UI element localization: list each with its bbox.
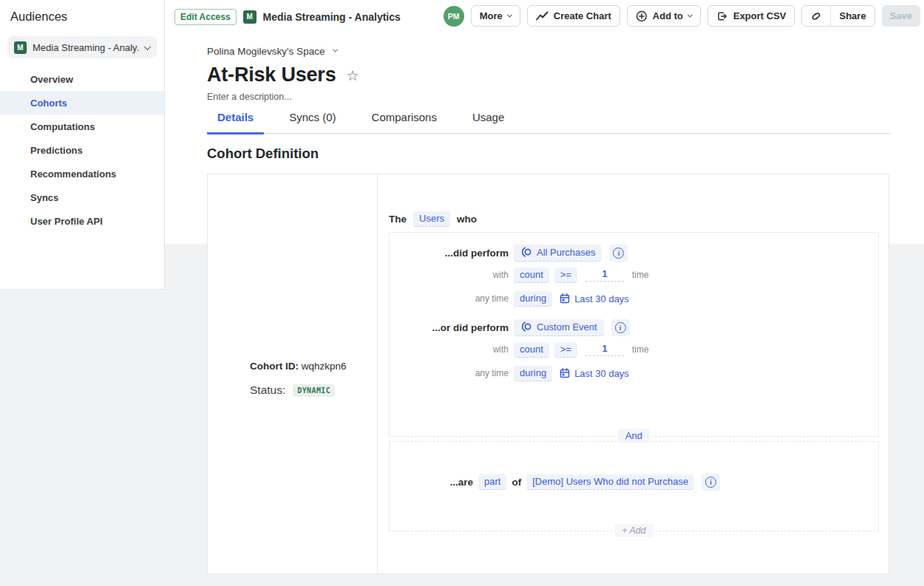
copy-link-button[interactable] (802, 6, 830, 26)
page-title-row: At-Risk Users ☆ (207, 64, 359, 86)
event-name: All Purchases (537, 247, 595, 258)
aggregation-pill[interactable]: count (514, 268, 549, 283)
add-to-button[interactable]: Add to (627, 5, 701, 27)
description-placeholder[interactable]: Enter a description... (207, 92, 292, 102)
tab-details[interactable]: Details (207, 111, 264, 134)
count-row-label: with (390, 344, 509, 355)
during-pill[interactable]: during (514, 366, 552, 381)
line-chart-icon (536, 11, 548, 21)
cohort-info-pane: Cohort ID: wqhzkpn6 Status: DYNAMIC (208, 174, 378, 573)
cohort-pill[interactable]: [Demo] Users Who did not Purchase (526, 474, 694, 490)
more-label: More (480, 10, 503, 21)
part-pill[interactable]: part (478, 474, 506, 490)
cohort-id: Cohort ID: wqhzkpn6 (250, 361, 347, 372)
event-pill-custom-event[interactable]: Custom Event (514, 319, 604, 336)
event-icon (520, 247, 532, 257)
info-icon[interactable]: i (609, 245, 628, 262)
edit-access-badge[interactable]: Edit Access (174, 9, 237, 25)
count-row: with count >= time (390, 342, 878, 357)
event-pill-all-purchases[interactable]: All Purchases (514, 245, 602, 262)
timeframe-row: any time during Last 30 days (390, 290, 878, 307)
page: Audiences M Media Streaming - Analy... O… (0, 0, 924, 586)
users-type-pill[interactable]: Users (413, 211, 450, 227)
during-pill[interactable]: during (514, 291, 552, 307)
date-range-label: Last 30 days (574, 293, 629, 304)
cohort-builder: The Users who ...did perform All Purchas (378, 174, 890, 573)
date-range-link[interactable]: Last 30 days (560, 368, 629, 379)
project-selector[interactable]: M Media Streaming - Analy... (7, 36, 157, 58)
status-label: Status: (250, 384, 285, 397)
add-filter-button[interactable]: + Add (614, 524, 653, 537)
plus-circle-icon (636, 10, 648, 22)
breadcrumb-label: Polina Mogilevsky's Space (207, 46, 325, 57)
calendar-icon (560, 293, 570, 304)
and-divider: And (389, 429, 879, 443)
sidebar-item-user-profile-api[interactable]: User Profile API (0, 209, 164, 233)
count-value-input[interactable] (585, 343, 624, 356)
project-logo: M (14, 41, 27, 54)
sidebar-item-predictions[interactable]: Predictions (0, 138, 164, 162)
count-unit: time (632, 344, 649, 355)
share-button[interactable]: Share (830, 6, 874, 26)
cohort-definition-panel: Cohort ID: wqhzkpn6 Status: DYNAMIC The … (207, 174, 889, 574)
date-range-link[interactable]: Last 30 days (560, 293, 629, 304)
builder-intro: The Users who (389, 211, 477, 227)
event-row: ...did perform All Purchases i (390, 244, 878, 262)
sidebar-item-overview[interactable]: Overview (0, 67, 164, 91)
tab-usage[interactable]: Usage (462, 111, 514, 134)
topbar-project: Edit Access M Media Streaming - Analytic… (174, 6, 401, 27)
save-button[interactable]: Save (882, 5, 920, 27)
chevron-down-icon (507, 13, 512, 18)
page-title[interactable]: At-Risk Users (207, 64, 336, 86)
export-csv-button[interactable]: Export CSV (707, 5, 795, 27)
membership-group: ...are part of [Demo] Users Who did not … (389, 441, 879, 531)
count-row-label: with (390, 270, 509, 280)
event-row-label: ...or did perform (390, 322, 509, 333)
project-name: Media Streaming - Analytics (263, 11, 401, 23)
chevron-down-icon (687, 13, 693, 18)
sidebar-title: Audiences (10, 10, 67, 24)
sidebar-item-computations[interactable]: Computations (0, 115, 164, 138)
membership-of: of (512, 477, 521, 488)
avatar[interactable]: PM (444, 6, 464, 27)
aggregation-pill[interactable]: count (514, 342, 549, 358)
count-unit: time (632, 270, 649, 280)
sidebar-item-syncs[interactable]: Syncs (0, 185, 164, 209)
star-icon[interactable]: ☆ (346, 69, 359, 83)
export-icon (716, 10, 728, 22)
timeframe-row-label: any time (390, 368, 509, 378)
cohort-id-label: Cohort ID: (250, 361, 299, 372)
membership-row-label: ...are (390, 477, 473, 488)
chevron-down-icon (333, 47, 338, 52)
event-icon (520, 321, 532, 332)
tab-comparisons[interactable]: Comparisons (361, 111, 447, 134)
event-row-label: ...did perform (390, 248, 509, 259)
info-icon[interactable]: i (702, 474, 720, 491)
operator-pill[interactable]: >= (554, 268, 577, 283)
sidebar-item-cohorts[interactable]: Cohorts (0, 91, 164, 115)
export-csv-label: Export CSV (733, 10, 787, 21)
project-selector-label: Media Streaming - Analy... (33, 42, 139, 53)
cohort-definition-title: Cohort Definition (207, 146, 319, 162)
status-badge: DYNAMIC (293, 384, 335, 397)
intro-who: who (457, 214, 477, 225)
sidebar: Audiences M Media Streaming - Analy... O… (0, 0, 165, 290)
count-value-input[interactable] (585, 268, 624, 282)
link-icon (810, 10, 822, 22)
sidebar-item-recommendations[interactable]: Recommendations (0, 162, 164, 185)
more-button[interactable]: More (471, 5, 520, 27)
status-row: Status: DYNAMIC (250, 384, 335, 397)
breadcrumb[interactable]: Polina Mogilevsky's Space (207, 46, 337, 57)
add-to-label: Add to (653, 10, 683, 21)
operator-pill[interactable]: >= (554, 342, 577, 358)
intro-the: The (389, 214, 407, 225)
tab-syncs[interactable]: Syncs (0) (279, 111, 346, 134)
and-operator[interactable]: And (618, 429, 650, 443)
chevron-down-icon (144, 43, 152, 50)
create-chart-button[interactable]: Create Chart (527, 5, 620, 27)
link-share-group: Share (801, 5, 874, 27)
add-divider: + Add (389, 523, 879, 537)
calendar-icon (560, 368, 570, 378)
timeframe-row-label: any time (390, 293, 509, 304)
info-icon[interactable]: i (611, 319, 630, 336)
